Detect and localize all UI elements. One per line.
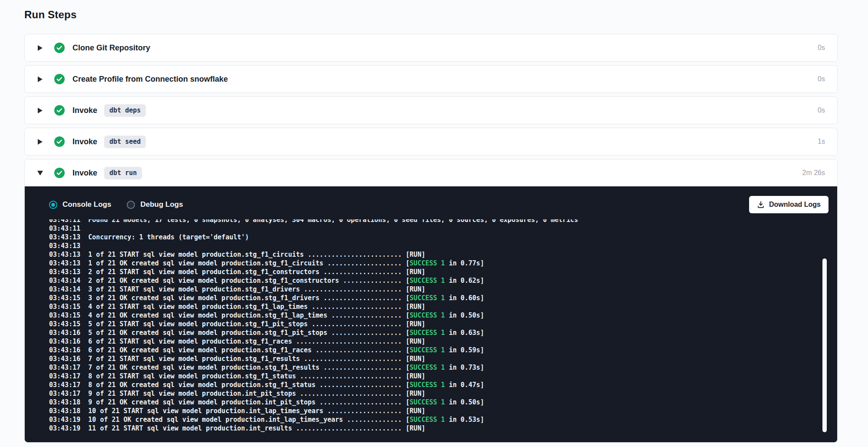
log-success-badge: SUCCESS 1 bbox=[410, 277, 445, 285]
log-line: 03:43:17 8 of 21 OK created sql view mod… bbox=[49, 381, 827, 389]
run-step-header[interactable]: Invoke dbt deps 0s bbox=[25, 97, 837, 124]
log-tail: in 0.63s] bbox=[445, 329, 484, 337]
log-text: 03:43:17 8 of 21 OK created sql view mod… bbox=[49, 381, 410, 389]
log-text: 03:43:19 11 of 21 START sql view model p… bbox=[49, 424, 425, 432]
log-text: 03:43:18 10 of 21 START sql view model p… bbox=[49, 407, 425, 415]
step-command-badge: dbt run bbox=[104, 167, 142, 179]
log-success-badge: SUCCESS 1 bbox=[410, 311, 445, 319]
log-line: 03:43:13 2 of 21 START sql view model pr… bbox=[49, 268, 827, 276]
run-step: Clone Git Repository 0s bbox=[24, 34, 838, 62]
log-text: 03:43:18 9 of 21 OK created sql view mod… bbox=[49, 398, 410, 406]
log-line: 03:43:18 10 of 21 START sql view model p… bbox=[49, 407, 827, 415]
log-line: 03:43:19 11 of 21 START sql view model p… bbox=[49, 424, 827, 433]
log-text: 03:43:15 4 of 21 START sql view model pr… bbox=[49, 303, 425, 311]
log-line: 03:43:13 bbox=[49, 242, 827, 250]
log-success-badge: SUCCESS 1 bbox=[410, 381, 445, 389]
log-tail: in 0.53s] bbox=[445, 416, 484, 424]
log-line: 03:43:17 9 of 21 START sql view model pr… bbox=[49, 389, 827, 398]
debug-logs-label: Debug Logs bbox=[140, 200, 183, 209]
step-label: Invoke bbox=[72, 137, 97, 146]
log-line: 03:43:16 6 of 21 START sql view model pr… bbox=[49, 337, 827, 346]
log-line: 03:43:14 2 of 21 OK created sql view mod… bbox=[49, 276, 827, 285]
log-tail: in 0.77s] bbox=[445, 259, 484, 267]
log-line: 03:43:15 4 of 21 OK created sql view mod… bbox=[49, 311, 827, 320]
log-scrollbar-thumb[interactable] bbox=[822, 258, 827, 432]
run-step-header[interactable]: Create Profile from Connection snowflake… bbox=[25, 66, 837, 93]
step-label: Invoke bbox=[72, 169, 97, 178]
log-text: 03:43:14 3 of 21 START sql view model pr… bbox=[49, 285, 425, 293]
expander-caret-icon[interactable] bbox=[38, 76, 43, 82]
log-line: 03:43:13 Concurrency: 1 threads (target=… bbox=[49, 233, 827, 242]
expander-caret-icon[interactable] bbox=[38, 139, 43, 145]
log-text: 03:43:15 3 of 21 OK created sql view mod… bbox=[49, 294, 410, 302]
run-step: Invoke dbt run 2m 26s Console Logs Debug… bbox=[24, 159, 838, 443]
log-line: 03:43:14 3 of 21 START sql view model pr… bbox=[49, 285, 827, 294]
step-label: Clone Git Repository bbox=[72, 43, 150, 53]
radio-icon bbox=[49, 201, 57, 209]
success-check-icon bbox=[54, 136, 65, 147]
step-duration: 0s bbox=[818, 75, 825, 83]
step-label: Create Profile from Connection snowflake bbox=[72, 75, 228, 84]
log-text: 03:43:16 6 of 21 OK created sql view mod… bbox=[49, 346, 410, 354]
log-text: 03:43:13 bbox=[49, 242, 80, 250]
log-text: 03:43:13 1 of 21 START sql view model pr… bbox=[49, 251, 425, 258]
log-line: 03:43:11 Found 21 models, 17 tests, 0 sn… bbox=[49, 219, 827, 224]
log-text: 03:43:14 2 of 21 OK created sql view mod… bbox=[49, 277, 410, 285]
expander-caret-icon[interactable] bbox=[38, 45, 43, 51]
success-check-icon bbox=[54, 74, 65, 84]
log-text: 03:43:16 5 of 21 OK created sql view mod… bbox=[49, 329, 410, 337]
console-log-area[interactable]: 03:43:11 Found 21 models, 17 tests, 0 sn… bbox=[25, 219, 837, 442]
log-line: 03:43:13 1 of 21 START sql view model pr… bbox=[49, 250, 827, 259]
run-step: Invoke dbt seed 1s bbox=[24, 128, 838, 156]
run-step-header[interactable]: Clone Git Repository 0s bbox=[25, 34, 837, 61]
log-success-badge: SUCCESS 1 bbox=[410, 416, 445, 424]
console-log-body: 03:43:11 Found 21 models, 17 tests, 0 sn… bbox=[49, 219, 827, 433]
log-line: 03:43:11 bbox=[49, 224, 827, 233]
log-text: 03:43:13 2 of 21 START sql view model pr… bbox=[49, 268, 425, 276]
expander-caret-icon[interactable] bbox=[38, 108, 43, 113]
log-tail: in 0.59s] bbox=[445, 346, 484, 354]
console-toolbar: Console Logs Debug Logs Download Logs bbox=[25, 186, 837, 219]
run-step-header[interactable]: Invoke dbt seed 1s bbox=[25, 128, 837, 155]
step-duration: 0s bbox=[818, 44, 825, 52]
log-text: 03:43:15 4 of 21 OK created sql view mod… bbox=[49, 311, 410, 319]
log-tail: in 0.60s] bbox=[445, 294, 484, 302]
log-success-badge: SUCCESS 1 bbox=[410, 346, 445, 354]
step-duration: 0s bbox=[818, 106, 825, 114]
log-text: 03:43:17 9 of 21 START sql view model pr… bbox=[49, 390, 425, 397]
log-line: 03:43:15 3 of 21 OK created sql view mod… bbox=[49, 294, 827, 302]
log-line: 03:43:16 6 of 21 OK created sql view mod… bbox=[49, 346, 827, 354]
radio-icon bbox=[127, 201, 135, 209]
run-step-header[interactable]: Invoke dbt run 2m 26s bbox=[25, 159, 837, 186]
step-duration: 2m 26s bbox=[802, 169, 825, 177]
log-text: 03:43:11 Found 21 models, 17 tests, 0 sn… bbox=[49, 219, 578, 224]
run-steps-page: Run Steps Clone Git Repository 0s bbox=[0, 0, 868, 443]
log-success-badge: SUCCESS 1 bbox=[410, 329, 445, 337]
log-line: 03:43:16 7 of 21 START sql view model pr… bbox=[49, 354, 827, 363]
log-text: 03:43:13 1 of 21 OK created sql view mod… bbox=[49, 259, 410, 267]
log-text: 03:43:19 10 of 21 OK created sql view mo… bbox=[49, 416, 410, 424]
log-tail: in 0.73s] bbox=[445, 364, 484, 371]
success-check-icon bbox=[54, 43, 65, 53]
download-icon bbox=[757, 201, 765, 209]
log-line: 03:43:15 4 of 21 START sql view model pr… bbox=[49, 302, 827, 311]
download-logs-label: Download Logs bbox=[769, 201, 821, 209]
log-line: 03:43:18 9 of 21 OK created sql view mod… bbox=[49, 398, 827, 407]
step-label: Invoke bbox=[72, 106, 97, 115]
log-line: 03:43:15 5 of 21 START sql view model pr… bbox=[49, 320, 827, 328]
log-text: 03:43:13 Concurrency: 1 threads (target=… bbox=[49, 233, 249, 241]
console-logs-label: Console Logs bbox=[62, 200, 111, 209]
log-success-badge: SUCCESS 1 bbox=[410, 259, 445, 267]
log-tail: in 0.62s] bbox=[445, 277, 484, 285]
debug-logs-radio[interactable]: Debug Logs bbox=[127, 200, 183, 209]
log-line: 03:43:17 8 of 21 START sql view model pr… bbox=[49, 372, 827, 381]
success-check-icon bbox=[54, 168, 65, 178]
page-title: Run Steps bbox=[24, 9, 838, 21]
log-line: 03:43:16 5 of 21 OK created sql view mod… bbox=[49, 328, 827, 337]
run-step: Invoke dbt deps 0s bbox=[24, 96, 838, 124]
download-logs-button[interactable]: Download Logs bbox=[749, 196, 829, 213]
console-logs-radio[interactable]: Console Logs bbox=[49, 200, 111, 209]
step-command-badge: dbt deps bbox=[104, 104, 146, 117]
expander-caret-icon[interactable] bbox=[38, 170, 43, 176]
log-tail: in 0.50s] bbox=[445, 311, 484, 319]
